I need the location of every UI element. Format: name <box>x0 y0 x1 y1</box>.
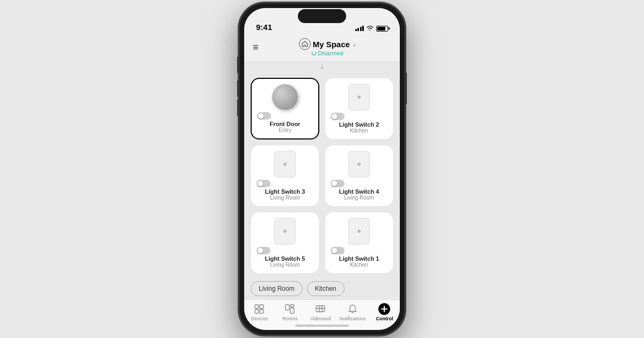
status-time: 9:41 <box>256 23 272 32</box>
battery-icon <box>376 26 388 32</box>
light-switch-5-toggle[interactable] <box>257 247 270 254</box>
light-switch-1-icon <box>348 218 370 245</box>
toggle-track[interactable] <box>331 180 345 187</box>
videowall-icon <box>314 303 326 315</box>
light-switch-1-visual <box>331 218 387 245</box>
light-switch-2-icon <box>348 84 370 111</box>
tab-notifications-label: Notifications <box>339 316 365 321</box>
control-plus-icon <box>378 303 390 315</box>
svg-rect-1 <box>260 305 264 308</box>
light-switch-3-name: Light Switch 3 <box>257 188 313 195</box>
light-switch-4-visual <box>331 151 387 178</box>
toggle-thumb <box>332 248 337 253</box>
tab-control[interactable]: Control <box>372 303 396 321</box>
light-switch-1-room: Kitchen <box>331 262 387 268</box>
svg-rect-0 <box>255 305 259 308</box>
light-switch-1-name: Light Switch 1 <box>331 255 387 262</box>
chevron-down-icon[interactable]: ⌄ <box>352 41 356 47</box>
device-card-front-door[interactable]: Front Door Entry <box>251 78 319 139</box>
signal-bars-icon <box>355 26 364 31</box>
light-switch-4-icon <box>348 151 370 178</box>
tab-videowall-label: Videowall <box>310 316 331 321</box>
rooms-icon <box>284 303 296 315</box>
collapse-bar[interactable]: ⤓ <box>244 61 400 72</box>
light-switch-2-name: Light Switch 2 <box>331 121 387 128</box>
tab-control-label: Control <box>376 316 393 321</box>
toggle-thumb <box>258 181 263 186</box>
disarmed-label: Disarmed <box>318 50 343 56</box>
dynamic-island <box>298 9 346 23</box>
light-switch-5-visual <box>257 218 313 245</box>
status-icons <box>355 25 389 32</box>
home-indicator <box>295 325 349 327</box>
svg-rect-6 <box>290 305 294 307</box>
phone-screen: 9:41 <box>244 8 400 330</box>
disarmed-spinner-icon <box>312 51 316 55</box>
phone-body: 9:41 <box>239 3 405 335</box>
door-lock-icon <box>272 84 298 110</box>
header-title-row: My Space ⌄ <box>299 38 356 50</box>
menu-button[interactable]: ≡ <box>253 42 259 52</box>
devices-grid: Front Door Entry <box>251 78 393 274</box>
light-switch-3-icon <box>274 151 296 178</box>
main-content[interactable]: Front Door Entry <box>244 72 400 276</box>
front-door-toggle[interactable] <box>257 112 271 120</box>
toggle-track[interactable] <box>257 180 270 187</box>
tab-notifications[interactable]: Notifications <box>339 303 365 321</box>
home-icon <box>299 38 311 50</box>
svg-rect-2 <box>255 310 259 313</box>
light-switch-4-name: Light Switch 4 <box>331 188 387 195</box>
light-switch-5-name: Light Switch 5 <box>257 255 313 262</box>
filter-kitchen[interactable]: Kitchen <box>307 281 345 296</box>
front-door-visual <box>257 84 313 110</box>
svg-rect-4 <box>286 305 289 310</box>
collapse-chevron-icon: ⤓ <box>319 63 325 70</box>
toggle-track[interactable] <box>331 113 345 120</box>
light-switch-3-visual <box>257 151 313 178</box>
light-switch-5-icon <box>274 218 296 245</box>
light-switch-4-toggle[interactable] <box>331 180 345 187</box>
switch-dot <box>357 163 361 166</box>
device-card-light-switch-2[interactable]: Light Switch 2 Kitchen <box>325 78 393 139</box>
light-switch-2-visual <box>331 84 387 111</box>
light-switch-5-room: Living Room <box>257 262 313 268</box>
device-card-light-switch-1[interactable]: Light Switch 1 Kitchen <box>325 212 393 274</box>
switch-dot <box>283 230 287 233</box>
header: ≡ My Space ⌄ Disarmed <box>244 35 400 61</box>
toggle-thumb <box>332 181 337 186</box>
device-card-light-switch-3[interactable]: Light Switch 3 Living Room <box>251 145 319 207</box>
device-card-light-switch-5[interactable]: Light Switch 5 Living Room <box>251 212 319 274</box>
light-switch-4-room: Living Room <box>331 195 387 201</box>
tab-devices-label: Devices <box>251 316 268 321</box>
switch-dot <box>357 230 361 233</box>
svg-rect-5 <box>290 308 294 313</box>
space-title: My Space <box>313 40 350 49</box>
toggle-thumb <box>258 248 263 253</box>
light-switch-1-toggle[interactable] <box>331 247 345 254</box>
toggle-track[interactable] <box>257 247 270 254</box>
light-switch-2-toggle[interactable] <box>331 113 345 120</box>
front-door-room: Entry <box>257 127 313 133</box>
wifi-icon <box>367 25 374 32</box>
notifications-icon <box>347 303 358 315</box>
svg-rect-3 <box>260 310 264 313</box>
tab-rooms[interactable]: Rooms <box>278 303 302 321</box>
devices-icon <box>253 303 265 315</box>
filter-row: Living Room Kitchen <box>244 276 400 299</box>
toggle-track[interactable] <box>331 247 345 254</box>
light-switch-3-room: Living Room <box>257 195 313 201</box>
light-switch-2-room: Kitchen <box>331 128 387 134</box>
disarmed-badge: Disarmed <box>312 50 343 56</box>
header-center: My Space ⌄ Disarmed <box>264 38 391 56</box>
light-switch-3-toggle[interactable] <box>257 180 270 187</box>
toggle-track[interactable] <box>257 112 271 120</box>
front-door-name: Front Door <box>257 121 313 127</box>
filter-living-room[interactable]: Living Room <box>251 281 303 296</box>
toggle-thumb <box>332 114 337 119</box>
tab-rooms-label: Rooms <box>282 316 298 321</box>
toggle-thumb <box>258 113 264 119</box>
switch-dot <box>283 163 287 166</box>
device-card-light-switch-4[interactable]: Light Switch 4 Living Room <box>325 145 393 207</box>
tab-devices[interactable]: Devices <box>247 303 271 321</box>
tab-videowall[interactable]: Videowall <box>309 303 332 321</box>
